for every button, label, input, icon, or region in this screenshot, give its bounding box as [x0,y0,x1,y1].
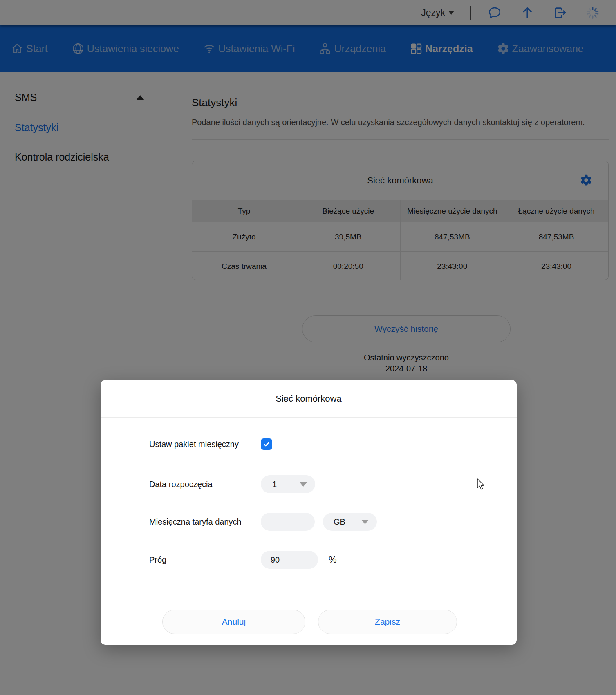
selected-value: GB [334,517,345,527]
selected-value: 1 [272,480,277,489]
start-date-select[interactable]: 1 [261,475,315,493]
save-button[interactable]: Zapisz [318,610,457,634]
field-label: Próg [149,555,261,565]
threshold-row: Próg % [149,551,496,569]
percent-suffix: % [329,554,337,565]
chevron-down-icon [300,482,307,487]
field-label: Data rozpoczęcia [149,480,261,489]
monthly-data-input[interactable] [261,513,315,531]
start-date-row: Data rozpoczęcia 1 [149,475,496,493]
field-label: Ustaw pakiet miesięczny [149,440,261,449]
monthly-data-row: Miesięczna taryfa danych GB [149,513,496,531]
cellular-settings-dialog: Sieć komórkowa Ustaw pakiet miesięczny D… [101,380,517,645]
monthly-package-checkbox[interactable] [261,438,272,450]
monthly-package-row: Ustaw pakiet miesięczny [149,435,496,453]
mouse-cursor [476,478,486,492]
data-unit-select[interactable]: GB [323,513,377,531]
field-label: Miesięczna taryfa danych [149,517,261,527]
dialog-title: Sieć komórkowa [276,393,341,404]
cancel-button[interactable]: Anuluj [162,610,305,634]
checkmark-icon [263,440,270,448]
threshold-input[interactable] [261,551,318,569]
dialog-header: Sieć komórkowa [101,380,517,418]
chevron-down-icon [361,520,369,524]
